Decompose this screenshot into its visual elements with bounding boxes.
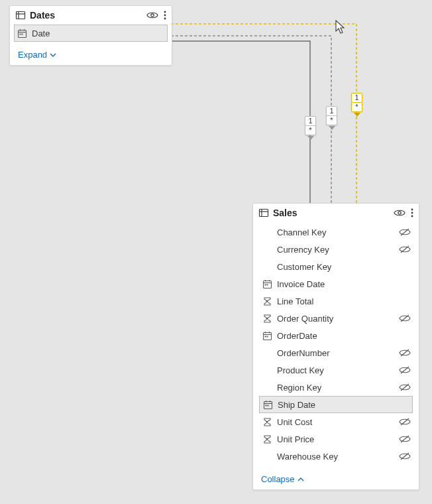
cursor-icon <box>335 20 347 34</box>
field-label: Unit Price <box>277 434 395 444</box>
field-label: Line Total <box>277 296 395 306</box>
svg-point-3 <box>151 14 154 17</box>
field-label: Customer Key <box>277 262 395 272</box>
cardinality-many: * <box>305 125 316 135</box>
card-title: Dates <box>30 10 142 21</box>
table-icon <box>258 208 269 218</box>
more-options-icon[interactable] <box>164 11 166 20</box>
sigma-icon <box>261 296 273 306</box>
field-row[interactable]: Currency Key <box>253 241 419 258</box>
field-row[interactable]: Line Total <box>253 292 419 310</box>
field-row[interactable]: Channel Key <box>253 223 419 241</box>
cardinality-many: * <box>351 102 362 112</box>
svg-rect-26 <box>264 284 266 285</box>
field-row[interactable]: OrderNumber <box>253 344 419 361</box>
field-label: Unit Cost <box>277 417 395 427</box>
hidden-icon[interactable] <box>399 227 411 237</box>
field-list: Date <box>10 25 172 43</box>
svg-point-5 <box>164 15 166 17</box>
field-row[interactable]: Ship Date <box>259 396 413 413</box>
sigma-icon <box>261 417 273 427</box>
field-label: Warehouse Key <box>277 452 395 462</box>
field-label: Channel Key <box>277 227 395 237</box>
svg-point-17 <box>411 209 413 211</box>
cardinality-many: * <box>326 115 337 125</box>
field-row[interactable]: Order Quantity <box>253 310 419 327</box>
svg-rect-42 <box>265 405 266 406</box>
table-card-dates[interactable]: Dates Date Expand <box>9 5 172 66</box>
svg-point-16 <box>398 212 401 214</box>
cardinality-one: 1 <box>326 106 337 116</box>
hidden-icon[interactable] <box>399 383 411 392</box>
visibility-icon[interactable] <box>394 208 405 218</box>
svg-point-18 <box>411 212 413 214</box>
calendar-icon <box>16 29 28 38</box>
svg-rect-12 <box>21 33 23 34</box>
card-header[interactable]: Sales <box>253 204 419 222</box>
card-title: Sales <box>273 208 390 218</box>
table-icon <box>15 10 26 21</box>
hidden-icon[interactable] <box>399 365 411 375</box>
cardinality-pair-1: 1 * <box>305 116 316 140</box>
cardinality-pair-3: 1 * <box>351 93 362 117</box>
field-row[interactable]: Customer Key <box>253 258 419 275</box>
svg-rect-11 <box>19 33 21 34</box>
svg-rect-27 <box>266 284 268 285</box>
hidden-icon[interactable] <box>399 417 411 426</box>
hidden-icon[interactable] <box>399 314 411 323</box>
field-row[interactable]: Unit Cost <box>253 413 419 430</box>
svg-rect-33 <box>264 336 266 337</box>
collapse-toggle[interactable]: Collapse <box>253 468 419 489</box>
field-row[interactable]: Product Key <box>253 361 419 379</box>
field-row[interactable]: Region Key <box>253 379 419 396</box>
arrow-down-icon <box>329 126 335 130</box>
svg-rect-13 <box>260 210 268 217</box>
arrow-down-icon <box>307 136 314 140</box>
cardinality-one: 1 <box>351 93 362 103</box>
field-label: Currency Key <box>277 245 395 255</box>
field-row[interactable]: Date <box>14 25 168 42</box>
field-row[interactable]: OrderDate <box>253 327 419 344</box>
field-label: Order Quantity <box>277 314 395 324</box>
expand-toggle[interactable]: Expand <box>10 43 172 65</box>
svg-point-4 <box>164 11 166 13</box>
card-header[interactable]: Dates <box>10 6 172 25</box>
cardinality-pair-2: 1 * <box>326 106 337 130</box>
svg-rect-0 <box>17 12 25 19</box>
arrow-down-icon <box>354 113 360 117</box>
more-options-icon[interactable] <box>411 208 413 218</box>
svg-rect-43 <box>267 405 268 406</box>
field-label: Region Key <box>277 383 395 393</box>
field-label: OrderNumber <box>277 348 395 358</box>
visibility-icon[interactable] <box>146 11 158 20</box>
calendar-icon <box>261 331 273 341</box>
field-label: Product Key <box>277 365 395 375</box>
hidden-icon[interactable] <box>399 434 411 444</box>
calendar-icon <box>262 400 274 410</box>
field-label: Date <box>32 29 150 38</box>
hidden-icon[interactable] <box>399 452 411 461</box>
svg-rect-34 <box>266 336 268 337</box>
expand-label: Expand <box>18 50 47 60</box>
collapse-label: Collapse <box>261 474 295 484</box>
chevron-down-icon <box>50 52 56 58</box>
calendar-icon <box>261 279 273 289</box>
cardinality-one: 1 <box>305 116 316 126</box>
field-label: Invoice Date <box>277 279 395 289</box>
table-card-sales[interactable]: Sales Channel KeyCurrency KeyCustomer Ke… <box>252 203 419 490</box>
hidden-icon[interactable] <box>399 245 411 254</box>
sigma-icon <box>261 434 273 444</box>
svg-point-19 <box>411 216 413 218</box>
field-list: Channel KeyCurrency KeyCustomer KeyInvoi… <box>253 222 419 468</box>
field-label: OrderDate <box>277 331 395 341</box>
field-label: Ship Date <box>278 400 394 410</box>
field-row[interactable]: Unit Price <box>253 430 419 448</box>
field-row[interactable]: Warehouse Key <box>253 448 419 465</box>
hidden-icon[interactable] <box>399 348 411 357</box>
chevron-up-icon <box>297 477 304 482</box>
svg-point-6 <box>164 18 166 20</box>
sigma-icon <box>261 314 273 324</box>
field-row[interactable]: Invoice Date <box>253 275 419 292</box>
